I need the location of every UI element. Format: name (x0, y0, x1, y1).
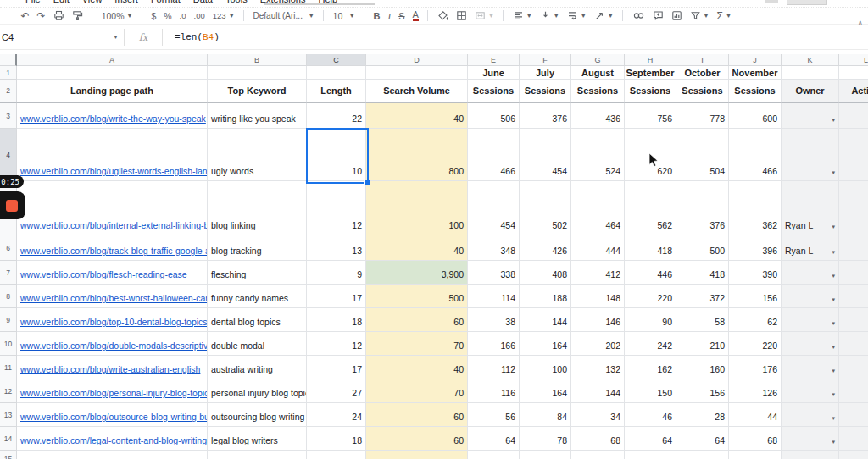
grid-cell[interactable]: 12 (307, 332, 366, 356)
redo-icon[interactable]: ↷ (37, 10, 46, 22)
grid-cell[interactable]: 348 (468, 235, 520, 261)
grid-cell[interactable]: 454 (520, 129, 571, 181)
grid-cell[interactable]: 18 (307, 427, 366, 451)
row-header-13[interactable]: 13 (0, 403, 17, 427)
grid-cell[interactable] (307, 66, 366, 80)
grid-cell[interactable]: 408 (520, 261, 571, 285)
month-header[interactable]: November (729, 66, 782, 80)
dropdown-arrow-icon[interactable]: ▾ (832, 249, 835, 256)
grid-cell[interactable]: 156 (729, 285, 782, 308)
grid-cell[interactable]: flesching (208, 261, 307, 285)
menu-insert[interactable]: Insert (114, 0, 138, 4)
url-link[interactable]: www.verblio.com/blog/personal-injury-blo… (20, 388, 208, 398)
grid-cell[interactable]: 800 (366, 129, 468, 181)
grid-cell[interactable]: 68 (571, 427, 625, 451)
grid-cell[interactable]: 376 (520, 103, 571, 129)
font-select[interactable]: Default (Ari...▼ (253, 11, 314, 20)
decrease-decimal-icon[interactable]: .0 (180, 11, 186, 20)
grid-cell[interactable]: 70 (366, 332, 468, 356)
url-link[interactable]: www.verblio.com/blog/best-worst-hallowee… (20, 293, 208, 303)
text-wrap-button[interactable]: ▼ (567, 10, 587, 21)
column-header-J[interactable]: J (729, 54, 782, 66)
grid-cell[interactable] (729, 451, 782, 459)
grid-cell[interactable]: 46 (625, 403, 676, 427)
grid-cell[interactable]: 210 (676, 332, 729, 356)
column-title[interactable]: Sessions (468, 80, 520, 103)
grid-cell[interactable]: 116 (468, 379, 520, 403)
insert-chart-icon[interactable] (671, 10, 682, 21)
grid-cell[interactable]: 9 (307, 261, 366, 285)
dropdown-arrow-icon[interactable]: ▾ (832, 169, 835, 176)
owner-dropdown-cell[interactable]: ▾ (782, 403, 839, 427)
grid-cell[interactable]: blog linking (208, 181, 307, 235)
grid-cell[interactable]: 38 (468, 308, 520, 332)
grid-cell[interactable]: www.verblio.com/blog/personal-injury-blo… (17, 379, 208, 403)
grid-cell[interactable]: 464 (571, 181, 625, 235)
grid-cell[interactable]: www.verblio.com/blog/flesch-reading-ease (17, 261, 208, 285)
grid-cell[interactable]: 17 (307, 285, 366, 308)
dropdown-arrow-icon[interactable]: ▾ (832, 391, 835, 398)
grid-cell[interactable]: 454 (468, 181, 520, 235)
vertical-align-button[interactable]: ▼ (540, 10, 559, 21)
grid-cell[interactable] (839, 379, 868, 403)
grid-cell[interactable]: outsourcing blog writing (208, 403, 307, 427)
grid-cell[interactable]: 70 (366, 379, 468, 403)
owner-dropdown-cell[interactable]: ▾ (782, 379, 839, 403)
row-header-7[interactable]: 7 (0, 261, 17, 285)
grid-cell[interactable]: 112 (468, 356, 520, 379)
zoom-select[interactable]: 100%▼ (102, 11, 133, 21)
grid-cell[interactable] (839, 427, 868, 451)
grid-cell[interactable] (676, 451, 729, 459)
name-box[interactable]: C4 ▼ (0, 32, 124, 42)
dropdown-arrow-icon[interactable]: ▾ (832, 273, 835, 279)
grid-cell[interactable]: 446 (625, 261, 676, 285)
grid-cell[interactable] (782, 66, 839, 80)
grid-cell[interactable]: 64 (468, 427, 520, 451)
month-header[interactable]: September (625, 66, 676, 80)
grid-cell[interactable]: 502 (520, 181, 571, 235)
last-edit-link[interactable] (264, 3, 375, 5)
row-header-4[interactable]: 4 (0, 129, 17, 181)
dropdown-arrow-icon[interactable]: ▾ (832, 344, 835, 351)
column-header-K[interactable]: K (782, 54, 839, 66)
grid-cell[interactable]: 418 (625, 235, 676, 261)
month-header[interactable]: July (520, 66, 571, 80)
month-header[interactable]: October (676, 66, 729, 80)
grid-cell[interactable]: 188 (520, 285, 571, 308)
grid-cell[interactable] (366, 451, 468, 459)
row-header-1[interactable]: 1 (0, 66, 17, 80)
text-color-button[interactable]: A (413, 10, 419, 21)
grid-cell[interactable]: 466 (468, 129, 520, 181)
grid-cell[interactable]: 144 (571, 379, 625, 403)
grid-cell[interactable]: 220 (729, 332, 782, 356)
grid-cell[interactable]: www.verblio.com/legal-content-and-blog-w… (17, 427, 208, 451)
grid-cell[interactable] (307, 451, 366, 459)
grid-cell[interactable]: 166 (468, 332, 520, 356)
grid-cell[interactable]: 44 (729, 403, 782, 427)
column-title[interactable]: Sessions (729, 80, 782, 103)
functions-button[interactable]: Σ▼ (717, 10, 732, 22)
column-title[interactable]: Search Volume (366, 80, 468, 103)
grid-cell[interactable]: 100 (366, 181, 468, 235)
grid-cell[interactable]: 436 (571, 103, 625, 129)
grid-cell[interactable]: www.verblio.com/blog/best-worst-hallowee… (17, 285, 208, 308)
menu-tools[interactable]: Tools (225, 0, 248, 4)
url-link[interactable]: www.verblio.com/blog/top-10-dental-blog-… (20, 317, 208, 327)
column-header-A[interactable]: A (17, 54, 208, 66)
column-header-F[interactable]: F (520, 54, 571, 66)
grid-cell[interactable]: 562 (625, 181, 676, 235)
grid-cell[interactable]: www.verblio.com/blog/internal-external-l… (17, 181, 208, 235)
grid-cell[interactable]: 756 (625, 103, 676, 129)
select-all-corner[interactable] (0, 54, 17, 66)
grid-cell[interactable]: 10 (307, 129, 366, 181)
column-title[interactable]: Sessions (625, 80, 676, 103)
increase-decimal-icon[interactable]: .00 (194, 11, 205, 20)
owner-dropdown-cell[interactable]: Ryan L▾ (782, 181, 839, 235)
grid-cell[interactable]: 500 (676, 235, 729, 261)
grid-cell[interactable] (839, 451, 868, 459)
grid-cell[interactable]: 27 (307, 379, 366, 403)
owner-dropdown-cell[interactable]: ▾ (782, 356, 839, 379)
grid-cell[interactable] (839, 285, 868, 308)
grid-cell[interactable] (839, 308, 868, 332)
grid-cell[interactable]: 60 (366, 403, 468, 427)
